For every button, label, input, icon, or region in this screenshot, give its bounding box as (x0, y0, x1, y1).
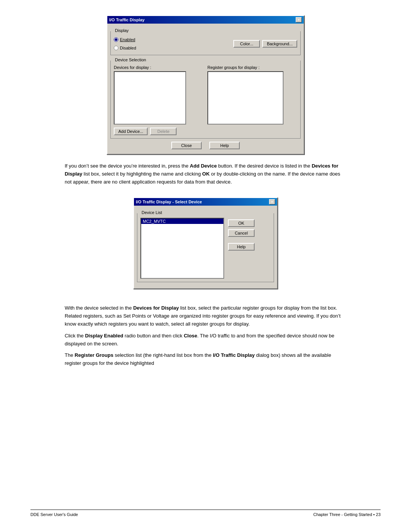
paragraph2: With the device selected in the Devices … (65, 304, 346, 328)
page-footer: DDE Server User's Guide Chapter Three - … (30, 510, 381, 517)
device-btn-row: Add Device... Delete (114, 128, 204, 135)
io-dialog-content: Display Enabled Disabled (107, 24, 304, 154)
device-selection-content: Devices for display : Add Device... Dele… (114, 62, 297, 135)
select-device-titlebar: I/O Traffic Display - Select Device × (134, 198, 277, 206)
io-dialog-close-btn[interactable]: × (296, 17, 302, 22)
para3-bold1: Display Enabled (85, 333, 123, 339)
background-btn[interactable]: Background... (262, 40, 297, 48)
para4-bold2: I/O Traffic Display (213, 352, 255, 358)
devices-for-display-label: Devices for display : (114, 65, 204, 70)
select-device-inner: MC2_MVTC OK Cancel Help (140, 215, 271, 279)
footer-left: DDE Server User's Guide (30, 512, 78, 517)
display-radio-col: Enabled Disabled (114, 36, 136, 52)
devices-listbox[interactable] (114, 71, 186, 125)
register-groups-listbox[interactable] (207, 71, 284, 125)
para4-mid1: selection list (the right-hand list box … (113, 352, 213, 358)
para4-bold1: Register Groups (75, 352, 113, 358)
help-btn[interactable]: Help (209, 142, 240, 149)
para3-bold2: Close (184, 333, 197, 339)
select-device-title: I/O Traffic Display - Select Device (136, 200, 202, 204)
para4-before-bold: The (65, 352, 75, 358)
enabled-label: Enabled (120, 37, 135, 42)
disabled-radio[interactable] (114, 46, 118, 50)
paragraph4: The Register Groups selection list (the … (65, 351, 346, 367)
dialog2-area: I/O Traffic Display - Select Device × De… (30, 197, 381, 289)
io-dialog-footer: Close Help (110, 139, 301, 151)
page-container: I/O Traffic Display × Display Enabled (0, 0, 411, 532)
footer-right: Chapter Three - Getting Started • 23 (313, 512, 381, 517)
para1-mid1: button. If the desired device is listed … (217, 163, 312, 169)
register-groups-label: Register groups for display : (207, 65, 297, 70)
device-selection-label: Device Selection (114, 58, 147, 62)
display-group: Display Enabled Disabled (110, 31, 301, 55)
disabled-radio-row: Disabled (114, 46, 136, 50)
select-device-btn-col: OK Cancel Help (228, 218, 255, 279)
display-group-label: Display (114, 28, 130, 33)
select-device-content: Device List MC2_MVTC OK Cancel Help (134, 206, 277, 288)
color-btn[interactable]: Color... (233, 40, 260, 48)
para1-before-bold: If you don’t see the device you’re inter… (65, 163, 190, 169)
para1-bold3: OK (202, 171, 210, 177)
delete-btn[interactable]: Delete (150, 128, 177, 135)
select-device-close-btn[interactable]: × (269, 199, 275, 204)
dialog2-help-btn[interactable]: Help (228, 243, 255, 251)
add-device-btn[interactable]: Add Device... (114, 128, 148, 135)
paragraph1: If you don’t see the device you’re inter… (65, 162, 346, 186)
para1-bold1: Add Device (190, 163, 217, 169)
close-btn[interactable]: Close (171, 142, 202, 149)
enabled-radio-row: Enabled (114, 37, 136, 42)
dialog1-area: I/O Traffic Display × Display Enabled (30, 15, 381, 155)
body-text-2: With the device selected in the Devices … (65, 304, 346, 371)
paragraph3: Click the Display Enabled radio button a… (65, 332, 346, 348)
display-btn-row: Color... Background... (233, 40, 297, 48)
disabled-label: Disabled (120, 46, 136, 50)
device-listbox-item[interactable]: MC2_MVTC (141, 219, 223, 224)
io-dialog-titlebar: I/O Traffic Display × (107, 16, 304, 24)
device-select-listbox[interactable]: MC2_MVTC (140, 218, 224, 279)
enabled-radio[interactable] (114, 37, 118, 42)
select-device-dialog: I/O Traffic Display - Select Device × De… (133, 197, 278, 289)
register-groups-col: Register groups for display : (207, 65, 297, 135)
body-text-1: If you don’t see the device you’re inter… (65, 162, 346, 190)
para2-bold1: Devices for Display (133, 305, 179, 311)
devices-for-display-col: Devices for display : Add Device... Dele… (114, 65, 204, 135)
io-traffic-dialog: I/O Traffic Display × Display Enabled (107, 15, 304, 155)
device-list-group: Device List MC2_MVTC OK Cancel Help (137, 213, 274, 282)
ok-btn[interactable]: OK (228, 219, 255, 227)
io-dialog-title: I/O Traffic Display (109, 18, 145, 22)
para1-mid2: list box, select it by highlighting the … (82, 171, 202, 177)
para2-before-bold: With the device selected in the (65, 305, 133, 311)
device-list-label: Device List (140, 210, 163, 215)
cancel-btn[interactable]: Cancel (228, 229, 255, 237)
display-group-content: Enabled Disabled Color... Background... (114, 33, 297, 52)
device-selection-group: Device Selection Devices for display : A… (110, 61, 301, 139)
para3-before-bold: Click the (65, 333, 85, 339)
para3-mid1: radio button and then click (123, 333, 184, 339)
